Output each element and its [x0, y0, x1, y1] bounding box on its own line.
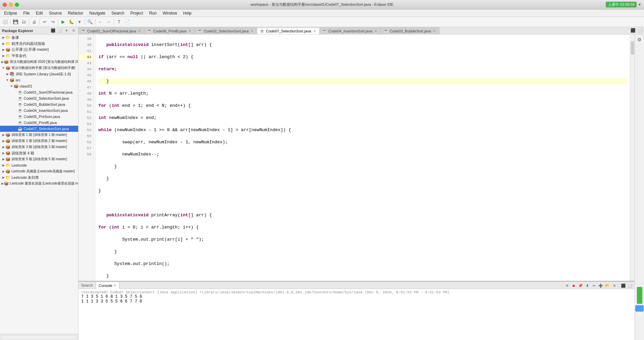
new-btn[interactable]: ⬜ [1, 18, 9, 26]
tab-search[interactable]: Search [78, 282, 96, 289]
tree-item-平常[interactable]: ▶📁平常杂代 [0, 53, 78, 59]
tree-item-camp4[interactable]: ▶📦训练营第 4 期 [0, 150, 78, 156]
sidebar-title: Package Explorer [2, 29, 49, 33]
tab-code02[interactable]: ☕ Code02_SelectionSort.java ✕ [195, 27, 257, 34]
undo-btn[interactable]: ↩ [41, 18, 48, 26]
run-dropdown[interactable]: ▾ [76, 18, 83, 26]
print-btn[interactable]: 🖨 [30, 18, 38, 26]
window-controls[interactable] [3, 3, 19, 7]
search-btn[interactable]: 🔍 [86, 18, 94, 26]
menu-edit[interactable]: Edit [33, 10, 46, 16]
menu-refactor[interactable]: Refactor [65, 10, 86, 16]
next-edit-btn[interactable]: → [105, 18, 112, 26]
console-minimize-btn[interactable]: ⬛ [620, 283, 626, 289]
chat-send-button[interactable]: 发 送 [635, 305, 644, 312]
tab-close-code03[interactable]: ✕ [432, 29, 436, 33]
ln-43: 43 [78, 60, 93, 66]
tab-code01[interactable]: ☕ Code01_SumOfFactorial.java ✕ [78, 27, 144, 34]
maximize-button[interactable] [15, 3, 19, 7]
tab-code06[interactable]: ☕ Code06_PrintB.java ✕ [144, 27, 195, 34]
console-tab-close[interactable]: ✕ [114, 284, 116, 287]
console-close-btn[interactable]: ✕ [611, 283, 617, 289]
open-res-btn[interactable]: 📄 [123, 18, 131, 26]
menu-window[interactable]: Window [160, 10, 180, 16]
sidebar-minimize-btn[interactable]: ⬛ [50, 28, 56, 33]
dropdown-arrow[interactable]: ▼ [638, 3, 641, 6]
right-panel-settings-btn[interactable]: ⚙ [636, 36, 643, 43]
menu-help[interactable]: Help [181, 10, 194, 16]
tree-item-camp3[interactable]: ▶📦训练营第 3 期 [训练营第 3 期 master] [0, 144, 78, 150]
code-line-58: } [98, 273, 627, 279]
right-panel: ⚙ 发 送 [635, 34, 644, 340]
tree-item-算法手册[interactable]: ▼📦算法与数据结构手册 [算法与数据结构手册] [0, 65, 78, 71]
sidebar-close-btn[interactable]: ✕ [71, 28, 76, 33]
tab-minimize-btn[interactable]: ⬛ [629, 27, 637, 34]
menu-eclipse[interactable]: Eclipse [1, 10, 20, 16]
search-tab-label: Search [81, 283, 93, 287]
tree-item-src[interactable]: ▼📦src [0, 77, 78, 83]
tab-maximize-btn[interactable]: ⬜ [637, 27, 644, 34]
console-maximize-btn[interactable]: ⬜ [627, 283, 633, 289]
minimize-button[interactable] [9, 3, 13, 7]
tree-item-leetcode[interactable]: ▶📁Leetcode [0, 162, 78, 168]
tree-item-算法课[interactable]: ▶📦算法与数据结构课 2020 [算法与数据结构课 2020] [0, 59, 78, 65]
menu-navigate[interactable]: Navigate [87, 10, 108, 16]
console-pin-btn[interactable]: 📌 [577, 283, 583, 289]
save-all-btn[interactable]: 🗂 [20, 18, 27, 26]
console-stop-btn[interactable]: ■ [571, 283, 577, 289]
scrollbar-thumb[interactable] [631, 41, 634, 55]
tab-close-code07[interactable]: ✕ [313, 29, 317, 33]
tree-item-code07[interactable]: ☕Code07_SelectionSort.java [0, 126, 78, 132]
tree-item-code05[interactable]: ☕Code05_PreSum.java [0, 114, 78, 120]
tab-close-code02[interactable]: ✕ [250, 29, 254, 33]
console-clear-btn[interactable]: ✕ [564, 283, 570, 289]
tab-close-code01[interactable]: ✕ [137, 29, 141, 33]
tab-close-code06[interactable]: ✕ [188, 29, 192, 33]
tree-item-程序员[interactable]: ▶📁程序员代码面试指南 [0, 41, 78, 47]
tab-label-code01: Code01_SumOfFactorial.java [87, 29, 136, 33]
tree-item-code02[interactable]: ☕Code02_SelectionSort.java [0, 95, 78, 101]
menu-source[interactable]: Source [46, 10, 65, 16]
tree-item-jre[interactable]: ▶📚JRE System Library [JavaSE-1.8] [0, 71, 78, 77]
prev-edit-btn[interactable]: ← [97, 18, 104, 26]
tree-item-公开课[interactable]: ▶📦公开课 [公开课 master] [0, 47, 78, 53]
tree-item-leetcode-high[interactable]: ▶📦Leetcode 高频题 [Leetcode高频题 master] [0, 168, 78, 174]
run-btn[interactable]: ▶ [60, 18, 67, 26]
code-content[interactable]: public static void insertSort(int[] arr)… [96, 34, 630, 281]
console-open-btn[interactable]: 📂 [604, 283, 611, 289]
menu-file[interactable]: File [21, 10, 32, 16]
redo-btn[interactable]: ↪ [49, 18, 56, 26]
close-button[interactable] [3, 3, 7, 7]
menu-search[interactable]: Search [109, 10, 127, 16]
tab-code07[interactable]: ☕ Code07_SelectionSort.java ✕ [257, 28, 319, 34]
console-new-btn[interactable]: ➕ [598, 283, 604, 289]
console-scroll-btn[interactable]: ⬇ [584, 283, 590, 289]
tab-close-code04[interactable]: ✕ [374, 29, 378, 33]
debug-btn[interactable]: 🐛 [68, 18, 75, 26]
sidebar-maximize-btn[interactable]: ⬜ [57, 28, 63, 33]
open-type-btn[interactable]: T [115, 18, 123, 26]
code-editor[interactable]: 39 40 41 42 43 44 45 46 47 48 49 50 51 5… [78, 34, 635, 281]
tree-item-camp2[interactable]: ▶📦训练营第 2 期 [训练营第 2 期 master] [0, 138, 78, 144]
tree-item-class01[interactable]: ▼📦class01 [0, 83, 78, 89]
menu-project[interactable]: Project [128, 10, 146, 16]
menu-run[interactable]: Run [146, 10, 159, 16]
sidebar-menu-btn[interactable]: ▾ [64, 28, 69, 33]
tree-item-备课[interactable]: ▶📁备课 [0, 34, 78, 41]
console-word-wrap-btn[interactable]: ↩ [591, 283, 597, 289]
tree-item-code03[interactable]: ☕Code03_BubbleSort.java [0, 101, 78, 107]
save-btn[interactable]: 💾 [12, 18, 19, 26]
tab-console[interactable]: Console ✕ [96, 282, 119, 289]
tab-code04[interactable]: ☕ Code04_InsertionSort.java ✕ [320, 27, 381, 34]
tree-item-leetcode-misc[interactable]: ▶📁Leetcode 未归类 [0, 174, 78, 180]
tree-item-camp1[interactable]: ▶📦训练营第 1 期 [训练营第 1 期 master] [0, 132, 78, 138]
tree-item-camp5[interactable]: ▶📦训练营第 5 期 [训练营第 5 期 master] [0, 156, 78, 162]
tree-item-code01[interactable]: ☕Code01_SumOfFactorial.java [0, 89, 78, 95]
tree-item-code04[interactable]: ☕Code04_InsertionSort.java [0, 107, 78, 114]
code-line-52 [98, 200, 627, 206]
editor-scrollbar[interactable] [630, 34, 635, 281]
tree-item-code06[interactable]: ☕Code06_PrintB.java [0, 120, 78, 126]
tree-item-leetcode-pop[interactable]: ▶📦Leetcode 最受欢迎题 [Leetcode最受欢迎题 mast [0, 180, 78, 187]
sidebar-header: Package Explorer ⬛ ⬜ ▾ ✕ [0, 27, 78, 34]
tab-code03[interactable]: ☕ Code03_BubbleSort.java ✕ [381, 27, 439, 34]
